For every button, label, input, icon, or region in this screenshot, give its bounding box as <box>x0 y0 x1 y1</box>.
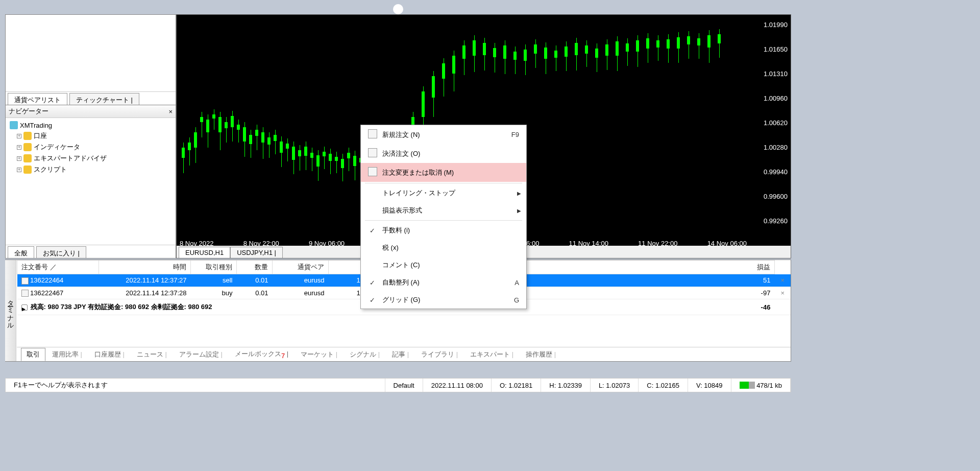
menu-item[interactable]: 新規注文 (N)F9 <box>361 125 526 144</box>
terminal-title: ターミナル <box>5 260 16 361</box>
tree-item-expert[interactable]: +エキスパートアドバイザ <box>8 153 174 164</box>
terminal-tab[interactable]: 口座履歴 | <box>89 348 130 361</box>
navigator-title: ナビゲーター <box>9 107 48 116</box>
terminal-tab[interactable]: ライブラリ | <box>415 348 463 361</box>
chart-tab-eurusd[interactable]: EURUSD,H1 <box>179 247 230 258</box>
menu-item[interactable]: 損益表示形式▶ <box>361 202 526 219</box>
status-low: L: 1.02073 <box>591 379 639 392</box>
menu-item-label: 注文変更または取消 (M) <box>382 168 519 177</box>
signal-icon <box>740 382 755 389</box>
status-bar: F1キーでヘルプが表示されます Default 2022.11.11 08:00… <box>5 378 791 392</box>
menu-item-label: 自動整列 (A) <box>382 278 508 287</box>
status-connection: 478/1 kb <box>731 379 791 392</box>
status-time: 2022.11.11 08:00 <box>423 379 492 392</box>
expand-icon[interactable]: + <box>17 156 21 161</box>
menu-item[interactable]: ✓自動整列 (A)A <box>361 274 526 291</box>
terminal-tab[interactable]: 操作履歴 | <box>520 348 561 361</box>
terminal-tab[interactable]: 記事 | <box>386 348 414 361</box>
terminal-tab[interactable]: メールボックス7 | <box>229 347 294 362</box>
expand-icon[interactable]: + <box>17 168 21 172</box>
account-icon <box>23 132 32 140</box>
terminal-tab[interactable]: エキスパート | <box>464 348 519 361</box>
y-axis-label: 0.99260 <box>764 217 788 225</box>
tree-root[interactable]: XMTrading <box>8 120 174 130</box>
status-open: O: 1.02181 <box>492 379 541 392</box>
column-header[interactable]: 通貨ペア <box>273 261 329 274</box>
status-help: F1キーでヘルプが表示されます <box>6 379 385 392</box>
tab-symbol-list[interactable]: 通貨ペアリスト <box>8 93 67 105</box>
menu-item-label: トレイリング・ストップ <box>382 189 519 198</box>
column-header[interactable]: 取引種別 <box>191 261 237 274</box>
document-icon <box>368 167 376 178</box>
terminal-tab[interactable]: 取引 <box>21 348 45 361</box>
market-watch-panel: 通貨ペアリスト ティックチャート | <box>6 15 176 105</box>
menu-item-label: 新規注文 (N) <box>382 130 505 139</box>
y-axis-label: 0.99600 <box>764 193 788 200</box>
menu-item-label: コメント (C) <box>382 261 519 270</box>
y-axis-label: 1.01650 <box>764 45 788 53</box>
submenu-arrow-icon: ▶ <box>517 208 521 214</box>
menu-item[interactable]: コメント (C) <box>361 256 526 274</box>
menu-item-label: 決済注文 (O) <box>382 149 519 158</box>
menu-shortcut: F9 <box>511 131 519 138</box>
tab-tick-chart[interactable]: ティックチャート | <box>69 93 139 105</box>
close-position-icon[interactable]: × <box>778 289 787 297</box>
indicator-icon <box>23 143 32 151</box>
column-header[interactable]: 注文番号 ／ <box>17 261 99 274</box>
terminal-tab[interactable]: シグナル | <box>344 348 385 361</box>
menu-shortcut: G <box>514 296 519 304</box>
menu-item[interactable]: トレイリング・ストップ▶ <box>361 184 526 202</box>
document-icon <box>368 148 376 159</box>
tab-favorites[interactable]: お気に入り | <box>36 246 86 258</box>
y-axis-label: 1.00960 <box>764 95 788 102</box>
menu-item[interactable]: 注文変更または取消 (M) <box>361 163 526 182</box>
document-icon <box>368 129 376 140</box>
close-position-icon[interactable]: × <box>778 276 787 284</box>
menu-item[interactable]: ✓手数料 (i) <box>361 222 526 239</box>
menu-item[interactable]: 税 (x) <box>361 239 526 256</box>
chart-tab-usdjpy[interactable]: USDJPY,H1 | <box>230 247 283 258</box>
terminal-tab[interactable]: マーケット | <box>295 348 343 361</box>
broker-icon <box>10 121 18 129</box>
tree-item-script[interactable]: +スクリプト <box>8 164 174 175</box>
status-profile[interactable]: Default <box>385 379 423 392</box>
column-header[interactable]: 数量 <box>237 261 273 274</box>
terminal-tab[interactable]: ニュース | <box>131 348 173 361</box>
expand-icon[interactable]: + <box>17 134 21 138</box>
window-handle <box>393 4 403 14</box>
menu-item-label: グリッド (G) <box>382 295 508 304</box>
menu-item-label: 損益表示形式 <box>382 206 519 215</box>
status-volume: V: 10849 <box>688 379 731 392</box>
y-axis-label: 1.00280 <box>764 144 788 151</box>
y-axis-label: 1.01990 <box>764 21 788 29</box>
y-axis-label: 1.00620 <box>764 119 788 127</box>
status-high: H: 1.02339 <box>541 379 591 392</box>
submenu-arrow-icon: ▶ <box>517 191 521 196</box>
close-icon[interactable]: × <box>168 108 173 115</box>
menu-item[interactable]: 決済注文 (O) <box>361 144 526 163</box>
expert-icon <box>23 154 32 162</box>
terminal-tab[interactable]: アラーム設定 | <box>174 348 228 361</box>
menu-item[interactable]: ✓グリッド (G)G <box>361 291 526 309</box>
tree-item-account[interactable]: +口座 <box>8 130 174 142</box>
y-axis-label: 1.01310 <box>764 70 788 78</box>
menu-shortcut: A <box>514 279 519 287</box>
script-icon <box>23 166 32 174</box>
status-close: C: 1.02165 <box>639 379 688 392</box>
y-axis-label: 0.99940 <box>764 168 788 176</box>
menu-item-label: 手数料 (i) <box>382 226 519 235</box>
tree-item-indicator[interactable]: +インディケータ <box>8 142 174 153</box>
tab-general[interactable]: 全般 <box>8 246 34 258</box>
column-header[interactable]: 時間 <box>99 261 191 274</box>
terminal-tab[interactable]: 運用比率 | <box>46 348 88 361</box>
menu-item-label: 税 (x) <box>382 243 519 252</box>
expand-icon[interactable]: + <box>17 145 21 150</box>
context-menu: 新規注文 (N)F9決済注文 (O)注文変更または取消 (M)トレイリング・スト… <box>360 125 527 309</box>
